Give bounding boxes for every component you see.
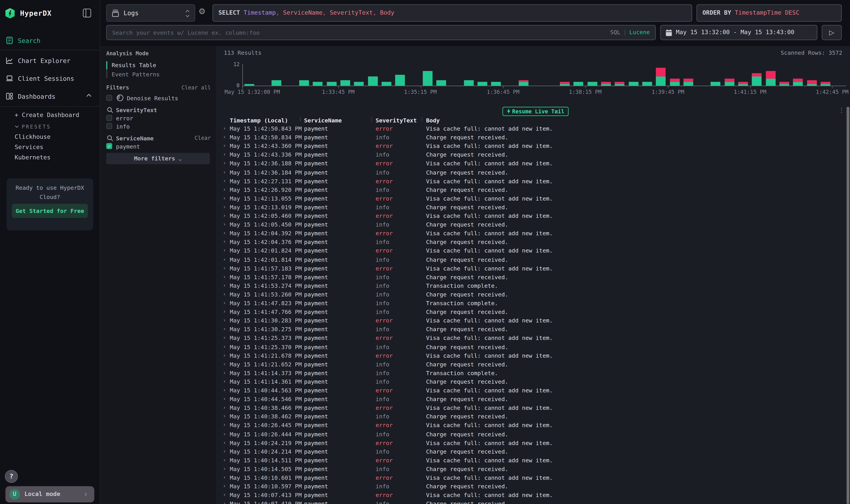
- row-chevron-icon[interactable]: ›: [223, 370, 226, 376]
- row-chevron-icon[interactable]: ›: [223, 335, 226, 341]
- log-row[interactable]: ›May 15 1:40:38.462 PMpaymentinfoCharge …: [216, 413, 846, 421]
- resume-live-tail-button[interactable]: Resume Live Tail: [503, 107, 568, 116]
- histogram-bar[interactable]: [615, 82, 625, 86]
- log-row[interactable]: ›May 15 1:41:14.373 PMpaymentinfoTransac…: [216, 369, 846, 378]
- log-row[interactable]: ›May 15 1:42:43.360 PMpaymenterrorVisa c…: [216, 142, 846, 151]
- row-chevron-icon[interactable]: ›: [223, 474, 226, 480]
- log-row[interactable]: ›May 15 1:41:47.766 PMpaymentinfoCharge …: [216, 308, 846, 317]
- search-input[interactable]: [107, 25, 655, 40]
- user-menu[interactable]: U Local mode ›: [5, 486, 94, 502]
- row-chevron-icon[interactable]: ›: [223, 352, 226, 358]
- histogram-bar[interactable]: [711, 82, 721, 86]
- histogram-bar[interactable]: [766, 71, 776, 86]
- histogram-bar[interactable]: [381, 82, 391, 86]
- histogram-bar[interactable]: [684, 78, 693, 86]
- filter-group-severity[interactable]: SeverityText: [116, 107, 157, 113]
- log-row[interactable]: ›May 15 1:40:14.505 PMpaymentinfoCharge …: [216, 465, 846, 474]
- log-row[interactable]: ›May 15 1:40:38.466 PMpaymenterrorVisa c…: [216, 404, 846, 413]
- log-row[interactable]: ›May 15 1:42:01.814 PMpaymentinfoCharge …: [216, 255, 846, 264]
- histogram-bar[interactable]: [601, 82, 611, 86]
- log-row[interactable]: ›May 15 1:40:07.410 PMpaymentinfoCharge …: [216, 500, 846, 504]
- row-chevron-icon[interactable]: ›: [223, 291, 226, 297]
- log-row[interactable]: ›May 15 1:42:13.055 PMpaymenterrorVisa c…: [216, 195, 846, 203]
- histogram-bar[interactable]: [244, 84, 254, 86]
- row-chevron-icon[interactable]: ›: [223, 221, 226, 227]
- col-timestamp[interactable]: Timestamp (Local): [230, 117, 288, 124]
- row-chevron-icon[interactable]: ›: [223, 160, 226, 166]
- row-chevron-icon[interactable]: ›: [223, 501, 226, 504]
- row-chevron-icon[interactable]: ›: [223, 230, 226, 236]
- row-chevron-icon[interactable]: ›: [223, 204, 226, 210]
- filter-checkbox-info[interactable]: [106, 123, 112, 129]
- histogram-bar[interactable]: [587, 82, 597, 86]
- log-row[interactable]: ›May 15 1:40:44.546 PMpaymentinfoCharge …: [216, 395, 846, 404]
- sidebar-preset-kubernetes[interactable]: Kubernetes: [15, 154, 51, 161]
- sidebar-preset-clickhouse[interactable]: Clickhouse: [15, 133, 51, 140]
- row-chevron-icon[interactable]: ›: [223, 466, 226, 471]
- log-row[interactable]: ›May 15 1:42:01.824 PMpaymenterrorVisa c…: [216, 247, 846, 255]
- log-row[interactable]: ›May 15 1:41:14.361 PMpaymentinfoCharge …: [216, 378, 846, 386]
- histogram-bar[interactable]: [464, 80, 474, 86]
- row-chevron-icon[interactable]: ›: [223, 282, 226, 288]
- log-row[interactable]: ›May 15 1:42:04.392 PMpaymenterrorVisa c…: [216, 229, 846, 238]
- histogram-bar[interactable]: [642, 82, 652, 86]
- row-chevron-icon[interactable]: ›: [223, 387, 226, 393]
- row-chevron-icon[interactable]: ›: [223, 326, 226, 332]
- filter-option-payment[interactable]: payment: [116, 143, 140, 150]
- log-row[interactable]: ›May 15 1:40:44.563 PMpaymenterrorVisa c…: [216, 386, 846, 395]
- log-row[interactable]: ›May 15 1:40:26.445 PMpaymenterrorVisa c…: [216, 421, 846, 430]
- log-row[interactable]: ›May 15 1:41:30.275 PMpaymentinfoCharge …: [216, 325, 846, 334]
- row-chevron-icon[interactable]: ›: [223, 169, 226, 175]
- row-chevron-icon[interactable]: ›: [223, 143, 226, 148]
- histogram-bar[interactable]: [574, 82, 583, 86]
- log-row[interactable]: ›May 15 1:41:25.370 PMpaymentinfoCharge …: [216, 343, 846, 352]
- row-chevron-icon[interactable]: ›: [223, 274, 226, 280]
- row-chevron-icon[interactable]: ›: [223, 256, 226, 262]
- log-row[interactable]: ›May 15 1:41:57.183 PMpaymenterrorVisa c…: [216, 264, 846, 273]
- sql-mode[interactable]: SQL: [610, 29, 620, 35]
- col-resize-handle[interactable]: ⋮: [298, 116, 303, 122]
- filter-option-error[interactable]: error: [116, 115, 133, 121]
- histogram-bar[interactable]: [491, 82, 501, 86]
- row-chevron-icon[interactable]: ›: [223, 343, 226, 349]
- events-histogram[interactable]: 12 0 May 15 1:32:00 PM1:33:45 PM1:35:15 …: [216, 59, 850, 95]
- query-language-toggle[interactable]: SQL|Lucene: [610, 29, 650, 35]
- more-filters-button[interactable]: More filters ⌄: [106, 153, 210, 164]
- row-chevron-icon[interactable]: ›: [223, 212, 226, 218]
- sidebar-item-search[interactable]: Search: [0, 34, 100, 48]
- order-by-input[interactable]: ORDER BY TimestampTime DESC: [697, 4, 842, 22]
- mode-event-patterns[interactable]: Event Patterns: [112, 71, 160, 77]
- row-chevron-icon[interactable]: ›: [223, 151, 226, 157]
- row-chevron-icon[interactable]: ›: [223, 483, 226, 489]
- row-chevron-icon[interactable]: ›: [223, 396, 226, 402]
- time-range-picker[interactable]: May 15 13:32:00 - May 15 13:43:00: [660, 25, 817, 40]
- histogram-bar[interactable]: [395, 75, 405, 86]
- col-resize-handle[interactable]: ⋮: [369, 116, 374, 122]
- histogram-bar[interactable]: [725, 78, 735, 86]
- sidebar-item-dashboards[interactable]: Dashboards: [0, 90, 100, 104]
- col-severitytext[interactable]: SeverityText: [376, 117, 417, 124]
- row-chevron-icon[interactable]: ›: [223, 308, 226, 314]
- histogram-bar[interactable]: [793, 78, 803, 86]
- log-row[interactable]: ›May 15 1:42:36.184 PMpaymentinfoCharge …: [216, 168, 846, 177]
- filter-option-info[interactable]: info: [116, 123, 130, 130]
- row-chevron-icon[interactable]: ›: [223, 247, 226, 253]
- log-row[interactable]: ›May 15 1:42:26.920 PMpaymentinfoCharge …: [216, 186, 846, 195]
- log-row[interactable]: ›May 15 1:42:36.188 PMpaymenterrorVisa c…: [216, 160, 846, 168]
- clear-all-filters-button[interactable]: Clear all: [182, 85, 211, 91]
- log-row[interactable]: ›May 15 1:42:43.336 PMpaymentinfoCharge …: [216, 151, 846, 160]
- log-row[interactable]: ›May 15 1:41:53.260 PMpaymentinfoCharge …: [216, 290, 846, 299]
- col-servicename[interactable]: ServiceName: [304, 117, 342, 124]
- lucene-mode[interactable]: Lucene: [629, 29, 650, 35]
- log-row[interactable]: ›May 15 1:41:21.652 PMpaymentinfoCharge …: [216, 360, 846, 369]
- log-row[interactable]: ›May 15 1:41:25.373 PMpaymenterrorVisa c…: [216, 334, 846, 343]
- sidebar-item-client-sessions[interactable]: Client Sessions: [0, 72, 100, 86]
- log-row[interactable]: ›May 15 1:41:21.678 PMpaymenterrorVisa c…: [216, 352, 846, 360]
- get-started-button[interactable]: Get Started for Free: [12, 204, 88, 218]
- presets-toggle[interactable]: PRESETS: [15, 124, 51, 130]
- histogram-bar[interactable]: [656, 68, 666, 86]
- filter-group-servicename[interactable]: ServiceName: [116, 135, 153, 141]
- histogram-bar[interactable]: [327, 82, 337, 86]
- row-chevron-icon[interactable]: ›: [223, 413, 226, 419]
- row-chevron-icon[interactable]: ›: [223, 186, 226, 192]
